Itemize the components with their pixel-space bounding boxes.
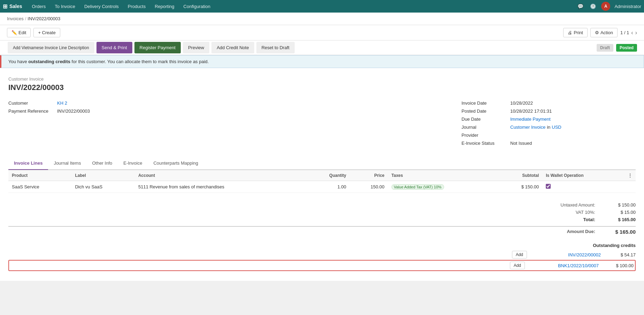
tab-invoice-lines[interactable]: Invoice Lines [8, 157, 48, 170]
col-wallet: Is Wallet Operation [542, 170, 624, 181]
menu-configuration[interactable]: Configuration [179, 2, 215, 10]
totals-section: Untaxed Amount: $ 150.00 VAT 10%: $ 15.0… [8, 198, 636, 236]
cell-quantity[interactable]: 1.00 [306, 181, 350, 193]
create-button[interactable]: + Create [33, 28, 60, 37]
total-label: Total: [545, 217, 601, 222]
einvoice-status-value: Not Issued [510, 141, 532, 146]
menu-delivery-controls[interactable]: Delivery Controls [80, 2, 123, 10]
menu-to-invoice[interactable]: To Invoice [51, 2, 79, 10]
tab-counterparts-mapping[interactable]: Counterparts Mapping [148, 157, 204, 170]
journal-label: Journal [461, 125, 510, 130]
action-button[interactable]: ⚙ Action [590, 28, 618, 37]
col-price: Price [350, 170, 388, 181]
provider-label: Provider [461, 133, 510, 138]
status-badges: Draft Posted [597, 44, 637, 52]
chat-icon[interactable]: 💬 [576, 2, 584, 10]
invoice-details: Customer KH 2 Payment Reference INV/2022… [8, 100, 636, 149]
pager-prev[interactable]: ‹ [631, 30, 633, 36]
menu-orders[interactable]: Orders [28, 2, 50, 10]
app-logo[interactable]: ⊞ Sales [3, 3, 22, 10]
admin-label: Administrator [614, 4, 641, 9]
col-account: Account [135, 170, 306, 181]
menu-reporting[interactable]: Reporting [150, 2, 178, 10]
vat-label: VAT 10%: [545, 210, 601, 215]
invoice-type-label: Customer Invoice [8, 76, 636, 82]
cell-wallet [542, 181, 624, 193]
wallet-checkbox[interactable] [546, 184, 551, 189]
invoice-lines-table: Product Label Account Quantity Price Tax… [8, 170, 636, 193]
customer-label: Customer [8, 100, 57, 106]
main-content: Customer Invoice INV/2022/00003 Customer… [0, 68, 644, 281]
content-tabs: Invoice Lines Journal Items Other Info E… [8, 157, 636, 170]
clock-icon[interactable]: 🕐 [589, 2, 597, 10]
cell-price[interactable]: 150.00 [350, 181, 388, 193]
journal-currency[interactable]: USD [552, 125, 561, 130]
invoice-date-label: Invoice Date [461, 100, 510, 106]
tab-e-invoice[interactable]: E-Invoice [118, 157, 148, 170]
invoice-number: INV/2022/00003 [8, 83, 636, 92]
einvoice-status-label: E-Invoice Status [461, 141, 510, 146]
outstanding-credits-alert: You have outstanding credits for this cu… [0, 55, 644, 68]
provider-row: Provider [461, 133, 636, 138]
edit-button[interactable]: ✏️ Edit [7, 28, 31, 37]
vat-value: $ 15.00 [601, 210, 636, 215]
col-taxes: Taxes [388, 170, 497, 181]
tab-preview[interactable]: Preview [183, 42, 209, 53]
table-row: SaaS Service Dich vu SaaS 5111 Revenue f… [8, 181, 636, 193]
breadcrumb-parent[interactable]: Invoices [7, 16, 24, 21]
customer-row: Customer KH 2 [8, 100, 148, 106]
top-navigation: ⊞ Sales Orders To Invoice Delivery Contr… [0, 0, 644, 13]
col-more[interactable]: ⋮ [624, 170, 636, 181]
due-date-value[interactable]: Immediate Payment [510, 117, 551, 122]
untaxed-value: $ 150.00 [601, 202, 636, 208]
cell-subtotal: $ 150.00 [497, 181, 543, 193]
edit-icon: ✏️ [11, 30, 17, 35]
outstanding-ref-1[interactable]: INV/2022/00002 [531, 252, 601, 257]
pager: 1 / 1 ‹ › [620, 30, 637, 36]
total-value: $ 165.00 [601, 217, 636, 222]
cell-account[interactable]: 5111 Revenue from sales of merchandises [135, 181, 306, 193]
menu-products[interactable]: Products [124, 2, 150, 10]
tab-other-info[interactable]: Other Info [86, 157, 118, 170]
tab-send-print[interactable]: Send & Print [96, 42, 132, 53]
tab-add-vn[interactable]: Add Vietnamese Invoice Line Description [8, 42, 94, 53]
topnav-right: 💬 🕐 A Administrator [576, 2, 641, 11]
toolbar-right: 🖨 Print ⚙ Action 1 / 1 ‹ › [563, 28, 637, 37]
toolbar-left: ✏️ Edit + Create [7, 28, 60, 37]
action-tabs-bar: Add Vietnamese Invoice Line Description … [0, 40, 644, 55]
gear-icon: ⚙ [595, 30, 599, 35]
outstanding-add-btn-2[interactable]: Add [510, 262, 525, 269]
pager-next[interactable]: › [635, 30, 637, 36]
tab-add-credit-note[interactable]: Add Credit Note [211, 42, 254, 53]
outstanding-add-btn-1[interactable]: Add [512, 251, 527, 258]
journal-row: Journal Customer Invoice in USD [461, 125, 636, 130]
cell-product[interactable]: SaaS Service [8, 181, 71, 193]
outstanding-credits-section: Outstanding credits Add INV/2022/00002 $… [8, 243, 636, 271]
journal-value-group: Customer Invoice in USD [510, 125, 561, 130]
tab-journal-items[interactable]: Journal Items [48, 157, 86, 170]
tax-badge: Value Added Tax (VAT) 10% [391, 184, 444, 190]
journal-value[interactable]: Customer Invoice [510, 125, 545, 130]
breadcrumb: Invoices / INV/2022/00003 [0, 13, 644, 25]
untaxed-label: Untaxed Amount: [545, 202, 601, 208]
avatar[interactable]: A [601, 2, 610, 11]
app-name: Sales [9, 3, 22, 9]
posted-date-row: Posted Date 10/28/2022 17:01:31 [461, 108, 636, 114]
invoice-right-details: Invoice Date 10/28/2022 Posted Date 10/2… [461, 100, 636, 149]
payment-ref-row: Payment Reference INV/2022/00003 [8, 108, 148, 114]
cell-label[interactable]: Dich vu SaaS [71, 181, 134, 193]
grid-icon: ⊞ [3, 3, 7, 10]
outstanding-ref-2[interactable]: BNK1/2022/10/0007 [529, 263, 599, 268]
amount-due-label: Amount Due: [545, 229, 601, 235]
amount-due-row: Amount Due: $ 165.00 [8, 226, 636, 236]
outstanding-row-1: Add INV/2022/00002 $ 54.17 [8, 251, 636, 258]
payment-ref-label: Payment Reference [8, 108, 57, 114]
tab-register-payment[interactable]: Register Payment [134, 42, 181, 53]
print-button[interactable]: 🖨 Print [563, 28, 588, 37]
customer-value[interactable]: KH 2 [57, 100, 67, 106]
tab-reset-to-draft[interactable]: Reset to Draft [256, 42, 295, 53]
posted-date-value: 10/28/2022 17:01:31 [510, 108, 552, 114]
badge-draft: Draft [597, 44, 613, 52]
outstanding-amount-1: $ 54.17 [608, 252, 636, 257]
cell-tax: Value Added Tax (VAT) 10% [388, 181, 497, 193]
